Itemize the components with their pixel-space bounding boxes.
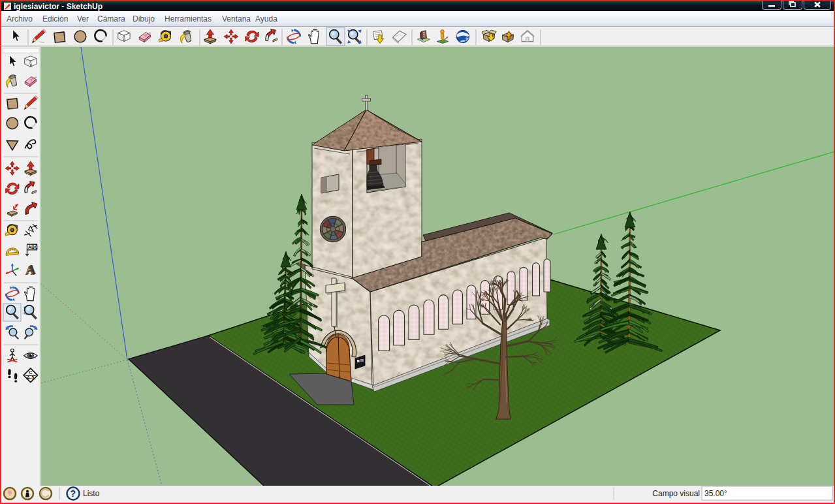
svg-text:Listo: Listo — [83, 489, 100, 498]
svg-text:ABC: ABC — [28, 245, 38, 249]
svg-text:C: C — [29, 370, 33, 375]
svg-text:35.00°: 35.00° — [704, 489, 727, 498]
svg-text:A: A — [26, 262, 36, 277]
svg-text:Campo visual: Campo visual — [652, 489, 700, 498]
svg-text:A-5: A-5 — [27, 375, 34, 380]
svg-text:?: ? — [71, 488, 76, 499]
